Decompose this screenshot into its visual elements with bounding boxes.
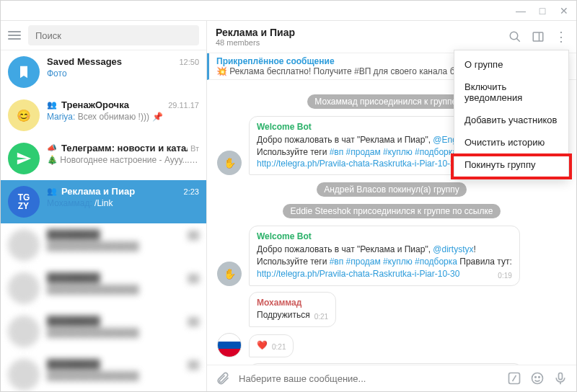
pin-icon: 📌 <box>152 112 163 122</box>
search-input[interactable] <box>28 25 199 45</box>
message-row: Eddie Steeshok #вп https://t.me/steeshok… <box>217 363 566 365</box>
svg-line-1 <box>516 38 520 42</box>
sidebar-top <box>1 21 206 50</box>
svg-point-6 <box>532 373 543 384</box>
chat-name: 📣Телеграмм: новости и катало... <box>47 143 188 153</box>
chat-preview: 🎄 Новогоднее настроение - Аууу...📌 <box>47 155 199 165</box>
chat-time: 2:23 <box>184 187 199 196</box>
message-time: 0:21 <box>314 312 328 322</box>
hashtag-link[interactable]: #вп #продам #куплю #подборка <box>330 147 457 157</box>
svg-point-7 <box>535 377 537 378</box>
chat-time: 12:50 <box>179 58 199 66</box>
chat-title: Реклама и Пиар <box>216 27 295 38</box>
chat-row-saved[interactable]: Saved Messages12:50 Фото <box>1 50 206 94</box>
svg-rect-2 <box>533 32 543 41</box>
chat-preview: Фото <box>47 68 199 79</box>
message-author: Мохаммад <box>257 297 328 309</box>
hashtag-link[interactable]: #вп #продам #куплю #подборка <box>330 257 457 267</box>
avatar <box>8 359 40 391</box>
minimize-button[interactable]: — <box>513 5 529 17</box>
titlebar: — □ ✕ <box>1 1 576 21</box>
bookmark-icon <box>8 56 40 88</box>
chat-list: Saved Messages12:50 Фото 😊 👥ТренажОрочка… <box>1 50 206 391</box>
sidebar: Saved Messages12:50 Фото 😊 👥ТренажОрочка… <box>1 21 207 391</box>
chat-row-blurred[interactable]: █████████████████████████ <box>1 223 206 267</box>
avatar: 😊 <box>8 99 40 131</box>
chat-area: Реклама и Пиар 48 members ⋮ Прикреплённо… <box>207 21 576 391</box>
avatar <box>8 143 40 174</box>
message-time: 0:21 <box>272 342 286 352</box>
search-icon[interactable] <box>508 30 521 43</box>
menu-about-group[interactable]: О группе <box>454 53 568 76</box>
menu-clear-history[interactable]: Очистить историю <box>454 131 568 153</box>
avatar <box>217 333 242 357</box>
mic-icon[interactable] <box>553 371 568 386</box>
group-icon: 👥 <box>47 100 57 110</box>
chat-name: 👥Реклама и Пиар <box>47 186 135 197</box>
menu-add-members[interactable]: Добавить участников <box>454 109 568 131</box>
avatar <box>8 316 40 347</box>
message-author: Welcome Bot <box>257 231 512 243</box>
chat-row[interactable]: 📣Телеграмм: новости и катало...Вт 🎄 Ново… <box>1 137 206 180</box>
compose-input[interactable] <box>239 373 498 384</box>
menu-leave-group[interactable]: Покинуть группу <box>454 153 568 176</box>
panel-icon[interactable] <box>532 30 545 43</box>
close-button[interactable]: ✕ <box>556 5 572 17</box>
url-link[interactable]: http://telegra.ph/Pravila-chata-Raskrutk… <box>257 159 459 169</box>
chat-row-blurred[interactable]: █████████████████████████ <box>1 353 206 391</box>
menu-enable-notifications[interactable]: Включить уведомления <box>454 76 568 109</box>
url-link[interactable]: http://telegra.ph/Pravila-chata-Raskrutk… <box>257 269 459 279</box>
message-bubble[interactable]: ❤️0:21 <box>249 334 294 357</box>
message-bubble[interactable]: Eddie Steeshok #вп https://t.me/steeshok… <box>249 363 523 365</box>
message-row: Мохаммад Подружиться0:21 <box>217 292 566 328</box>
system-message: Андрей Власов покинул(а) группу <box>217 182 566 197</box>
chat-time: 29.11.17 <box>168 101 199 110</box>
attach-icon[interactable] <box>216 371 230 386</box>
avatar <box>8 272 40 304</box>
message-time: 0:19 <box>498 271 511 281</box>
chat-row-active[interactable]: TGZY 👥Реклама и Пиар2:23 Мохаммад: /Link <box>1 180 206 223</box>
chat-preview: Mariya: Всех обнимаю !)))📌 <box>47 112 199 122</box>
svg-line-5 <box>513 375 516 381</box>
chat-header: Реклама и Пиар 48 members ⋮ <box>207 21 576 53</box>
message-row: ❤️0:21 <box>217 333 566 357</box>
svg-point-0 <box>510 32 518 40</box>
mention-link[interactable]: @dirtystyx <box>433 244 473 254</box>
chat-name: 👥ТренажОрочка <box>47 99 129 110</box>
hamburger-icon[interactable] <box>8 31 21 40</box>
kebab-icon[interactable]: ⋮ <box>555 30 568 43</box>
megaphone-icon: 📣 <box>47 143 57 153</box>
chat-name: Saved Messages <box>47 56 122 67</box>
message-bubble[interactable]: Мохаммад Подружиться0:21 <box>249 292 336 328</box>
message-bubble[interactable]: Welcome Bot Добро пожаловать в чат "Рекл… <box>249 116 477 175</box>
slash-icon[interactable] <box>507 371 521 386</box>
chat-time: Вт <box>190 144 199 153</box>
group-icon: 👥 <box>47 187 57 196</box>
message-author: Welcome Bot <box>257 121 469 133</box>
app-window: — □ ✕ Saved Messages12:50 Фото <box>0 0 577 392</box>
avatar: ✋ <box>217 151 242 175</box>
avatar <box>8 229 40 261</box>
system-message: Eddie Steeshok присоединился к группе по… <box>217 204 566 218</box>
chat-row[interactable]: 😊 👥ТренажОрочка29.11.17 Mariya: Всех обн… <box>1 94 206 137</box>
compose-bar <box>207 365 576 391</box>
avatar: TGZY <box>8 186 40 218</box>
message-bubble[interactable]: Welcome Bot Добро пожаловать в чат "Рекл… <box>249 226 520 285</box>
chat-row-blurred[interactable]: █████████████████████████ <box>1 267 206 310</box>
chat-row-blurred[interactable]: █████████████████████████ <box>1 310 206 353</box>
svg-rect-9 <box>559 373 563 380</box>
maximize-button[interactable]: □ <box>534 5 550 17</box>
message-row: ✋ Welcome Bot Добро пожаловать в чат "Ре… <box>217 226 566 285</box>
main: Saved Messages12:50 Фото 😊 👥ТренажОрочка… <box>1 21 576 391</box>
avatar: ✋ <box>217 262 242 286</box>
svg-point-8 <box>539 377 540 378</box>
chat-preview: Мохаммад: /Link <box>47 198 199 208</box>
emoji-icon[interactable] <box>530 371 545 386</box>
chat-members: 48 members <box>216 38 295 47</box>
context-menu: О группе Включить уведомления Добавить у… <box>454 50 569 179</box>
